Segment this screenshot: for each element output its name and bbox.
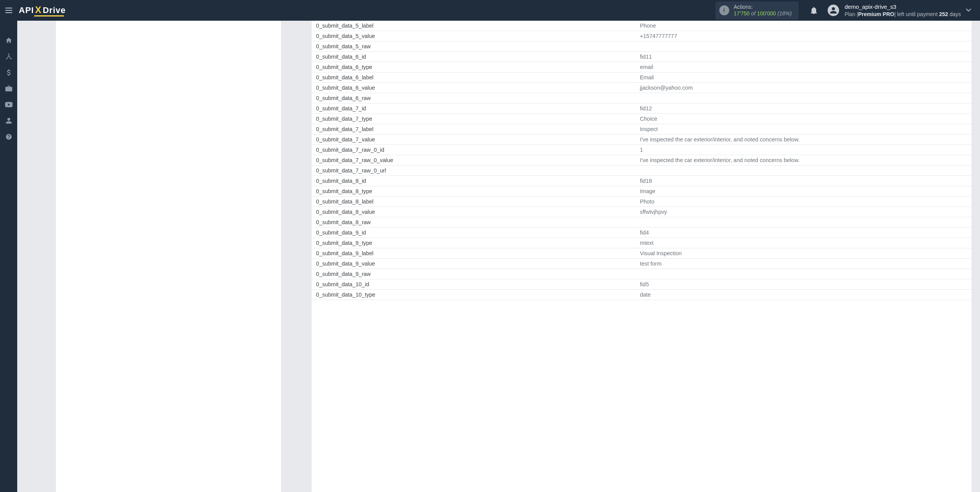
row-value: I've inspected the car exterior/interior… <box>636 136 972 143</box>
table-row: 0_submit_data_8_idfid18 <box>312 176 972 186</box>
table-row: 0_submit_data_7_idfid12 <box>312 103 972 114</box>
row-value: Choice <box>636 116 972 122</box>
row-value: test form <box>636 261 972 267</box>
plan-days-word: days <box>948 11 961 17</box>
logo-text-x: X <box>35 5 42 15</box>
sidebar-item-briefcase[interactable] <box>0 80 17 97</box>
sidebar-item-connections[interactable] <box>0 48 17 64</box>
actions-line2: 17'750 of 100'000 (18%) <box>734 10 792 17</box>
actions-pct: (18%) <box>776 10 792 16</box>
body: 0_submit_data_5_labelPhone0_submit_data_… <box>0 21 980 492</box>
actions-usage-box[interactable]: i Actions: 17'750 of 100'000 (18%) <box>715 2 799 20</box>
row-key: 0_submit_data_7_raw_0_id <box>312 147 636 153</box>
logo-text-drive: Drive <box>43 5 66 15</box>
row-value: date <box>636 292 972 298</box>
sidebar-item-video[interactable] <box>0 97 17 113</box>
logo-text-api: API <box>19 5 34 15</box>
data-table: 0_submit_data_5_labelPhone0_submit_data_… <box>312 21 972 300</box>
actions-count: 17'750 <box>734 10 750 16</box>
row-value: sffwtvjhpvy <box>636 209 972 215</box>
row-value: Inspect <box>636 126 972 132</box>
row-value: fid11 <box>636 54 972 60</box>
row-key: 0_submit_data_9_value <box>312 261 636 267</box>
left-panel-card <box>56 21 281 492</box>
table-row: 0_submit_data_7_raw_0_url <box>312 166 972 176</box>
table-row: 0_submit_data_6_raw <box>312 93 972 103</box>
row-key: 0_submit_data_5_value <box>312 33 636 39</box>
row-key: 0_submit_data_6_raw <box>312 95 636 101</box>
table-row: 0_submit_data_8_labelPhoto <box>312 197 972 207</box>
row-key: 0_submit_data_5_raw <box>312 43 636 49</box>
actions-texts: Actions: 17'750 of 100'000 (18%) <box>734 4 792 17</box>
logo-underline <box>34 15 64 16</box>
table-row: 0_submit_data_9_valuetest form <box>312 259 972 269</box>
row-key: 0_submit_data_9_id <box>312 230 636 236</box>
row-value: fid4 <box>636 230 972 236</box>
row-value: I've inspected the car exterior/interior… <box>636 157 972 163</box>
row-value: Image <box>636 188 972 194</box>
info-icon: i <box>719 5 729 15</box>
row-value: fid12 <box>636 105 972 112</box>
sidebar-item-home[interactable] <box>0 32 17 48</box>
avatar-icon <box>828 5 839 16</box>
row-key: 0_submit_data_7_label <box>312 126 636 132</box>
user-menu-chevron-icon[interactable] <box>965 7 972 13</box>
row-key: 0_submit_data_8_value <box>312 209 636 215</box>
user-name: demo_apix-drive_s3 <box>844 3 961 11</box>
app-logo[interactable]: API X Drive <box>17 5 66 16</box>
row-key: 0_submit_data_7_raw_0_url <box>312 167 636 174</box>
table-row: 0_submit_data_6_idfid11 <box>312 52 972 62</box>
row-value: mtext <box>636 240 972 246</box>
row-key: 0_submit_data_10_id <box>312 281 636 287</box>
table-row: 0_submit_data_8_valuesffwtvjhpvy <box>312 207 972 217</box>
row-key: 0_submit_data_8_raw <box>312 219 636 225</box>
user-texts: demo_apix-drive_s3 Plan |Premium PRO| le… <box>844 3 961 18</box>
row-value: jjackson@yahoo.com <box>636 85 972 91</box>
plan-mid: | left until payment <box>894 11 939 17</box>
row-key: 0_submit_data_6_label <box>312 74 636 80</box>
row-key: 0_submit_data_6_id <box>312 54 636 60</box>
row-key: 0_submit_data_7_type <box>312 116 636 122</box>
row-key: 0_submit_data_8_id <box>312 178 636 184</box>
table-row: 0_submit_data_7_raw_0_valueI've inspecte… <box>312 155 972 166</box>
row-value: Photo <box>636 198 972 205</box>
row-value: fid5 <box>636 281 972 287</box>
plan-days-num: 252 <box>939 11 948 17</box>
table-row: 0_submit_data_7_valueI've inspected the … <box>312 134 972 145</box>
table-row: 0_submit_data_6_valuejjackson@yahoo.com <box>312 83 972 93</box>
data-table-card: 0_submit_data_5_labelPhone0_submit_data_… <box>312 21 972 492</box>
row-key: 0_submit_data_8_type <box>312 188 636 194</box>
row-key: 0_submit_data_5_label <box>312 23 636 29</box>
table-row: 0_submit_data_9_labelVisual Inspection <box>312 248 972 259</box>
row-value: +15747777777 <box>636 33 972 39</box>
row-value: fid18 <box>636 178 972 184</box>
row-key: 0_submit_data_6_value <box>312 85 636 91</box>
table-row: 0_submit_data_10_typedate <box>312 290 972 300</box>
sidebar-item-help[interactable] <box>0 129 17 145</box>
table-row: 0_submit_data_6_labelEmail <box>312 72 972 83</box>
plan-name: Premium PRO <box>858 11 894 17</box>
sidebar-item-profile[interactable] <box>0 113 17 129</box>
topbar: API X Drive i Actions: 17'750 of 100'000… <box>0 0 980 21</box>
row-key: 0_submit_data_10_type <box>312 292 636 298</box>
row-key: 0_submit_data_7_raw_0_value <box>312 157 636 163</box>
row-value: Visual Inspection <box>636 250 972 256</box>
menu-toggle-button[interactable] <box>0 7 17 13</box>
table-row: 0_submit_data_9_raw <box>312 269 972 279</box>
user-menu[interactable]: demo_apix-drive_s3 Plan |Premium PRO| le… <box>828 3 980 18</box>
user-plan-line: Plan |Premium PRO| left until payment 25… <box>844 11 961 18</box>
sidebar-item-billing[interactable] <box>0 64 17 80</box>
table-row: 0_submit_data_10_idfid5 <box>312 279 972 290</box>
row-key: 0_submit_data_7_id <box>312 105 636 112</box>
row-value: 1 <box>636 147 972 153</box>
row-key: 0_submit_data_9_type <box>312 240 636 246</box>
actions-total: 100'000 <box>757 10 776 16</box>
row-key: 0_submit_data_7_value <box>312 136 636 143</box>
table-row: 0_submit_data_7_raw_0_id1 <box>312 145 972 155</box>
main-content: 0_submit_data_5_labelPhone0_submit_data_… <box>17 21 980 492</box>
table-row: 0_submit_data_6_typeemail <box>312 62 972 72</box>
plan-prefix: Plan | <box>844 11 858 17</box>
table-row: 0_submit_data_9_idfid4 <box>312 228 972 238</box>
sidebar <box>0 21 17 492</box>
notifications-button[interactable] <box>807 7 821 14</box>
